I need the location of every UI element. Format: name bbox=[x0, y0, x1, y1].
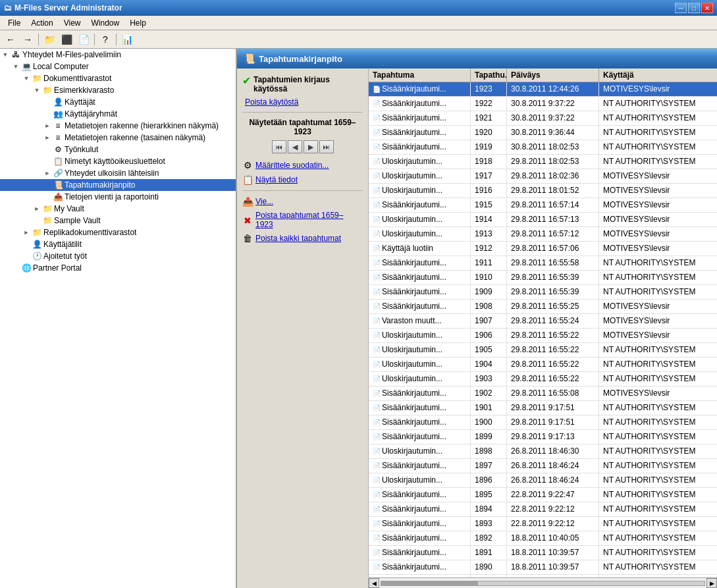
tree-item-12[interactable]: 📤Tietojen vienti ja raportointi bbox=[0, 191, 236, 203]
menu-action[interactable]: Action bbox=[26, 17, 58, 29]
table-row[interactable]: 📄Uloskirjautumin... 1914 29.8.2011 16:57… bbox=[369, 213, 717, 227]
table-row[interactable]: 📄Sisäänkirjautumi... 1902 29.8.2011 16:5… bbox=[369, 387, 717, 401]
table-row[interactable]: 📄Uloskirjautumin... 1898 26.8.2011 18:46… bbox=[369, 444, 717, 459]
delete-all-action[interactable]: 🗑 Poista kaikki tapahtumat bbox=[242, 233, 363, 244]
delete-range-link[interactable]: Poista tapahtumat 1659–1923 bbox=[255, 211, 343, 229]
table-row[interactable]: 📄Sisäänkirjautumi... 1900 29.8.2011 9:17… bbox=[369, 415, 717, 430]
tree-expand-icon[interactable]: ► bbox=[21, 227, 32, 238]
table-row[interactable]: 📄Sisäänkirjautumi... 1910 29.8.2011 16:5… bbox=[369, 271, 717, 285]
maximize-button[interactable]: □ bbox=[688, 3, 700, 13]
table-row[interactable]: 📄Sisäänkirjautumi... 1901 29.8.2011 9:17… bbox=[369, 401, 717, 415]
scroll-left-button[interactable]: ◀ bbox=[369, 578, 379, 588]
menu-help[interactable]: Help bbox=[124, 17, 151, 29]
tree-item-1[interactable]: ▼💻Local Computer bbox=[0, 61, 236, 72]
table-row[interactable]: 📄Uloskirjautumin... 1903 29.8.2011 16:55… bbox=[369, 372, 717, 387]
tree-expand-icon[interactable] bbox=[42, 144, 53, 155]
export-action[interactable]: 📤 Vie... bbox=[242, 196, 363, 207]
tree-item-2[interactable]: ▼📁Dokumenttivarastot bbox=[0, 72, 236, 84]
tree-item-18[interactable]: 🌐Partner Portal bbox=[0, 262, 236, 274]
back-button[interactable]: ← bbox=[3, 32, 18, 47]
tree-expand-icon[interactable] bbox=[42, 192, 53, 202]
tree-item-17[interactable]: 🕐Ajoitetut työt bbox=[0, 250, 236, 262]
minimize-button[interactable]: ─ bbox=[675, 3, 687, 13]
close-button[interactable]: ✕ bbox=[701, 3, 713, 13]
tree-expand-icon[interactable] bbox=[21, 239, 32, 250]
horizontal-scrollbar[interactable]: ◀ ▶ bbox=[369, 577, 717, 588]
tree-item-11[interactable]: 📜Tapahtumakirjanpito bbox=[0, 179, 236, 191]
col-header-num[interactable]: Tapathu... bbox=[471, 68, 507, 82]
tree-expand-icon[interactable] bbox=[42, 97, 53, 107]
table-row[interactable]: 📄Uloskirjautumin... 1913 29.8.2011 16:57… bbox=[369, 227, 717, 242]
show-info-action[interactable]: 📋 Näytä tiedot bbox=[242, 174, 363, 185]
tree-item-5[interactable]: 👥Käyttäjäryhmät bbox=[0, 108, 236, 120]
tree-expand-icon[interactable] bbox=[11, 263, 21, 273]
table-row[interactable]: 📄Sisäänkirjautumi... 1891 18.8.2011 10:3… bbox=[369, 546, 717, 560]
table-row[interactable]: 📄Uloskirjautumin... 1916 29.8.2011 18:01… bbox=[369, 184, 717, 198]
table-row[interactable]: 📄Uloskirjautumin... 1896 26.8.2011 18:46… bbox=[369, 473, 717, 488]
col-header-event[interactable]: Tapahtuma bbox=[369, 68, 471, 82]
tree-item-8[interactable]: ⚙Työnkulut bbox=[0, 144, 236, 155]
tree-item-13[interactable]: ►📁My Vault bbox=[0, 203, 236, 215]
toolbar-btn-1[interactable]: 📁 bbox=[41, 32, 57, 47]
table-row[interactable]: 📄Sisäänkirjautumi... 1908 29.8.2011 16:5… bbox=[369, 300, 717, 314]
tree-expand-icon[interactable]: ► bbox=[32, 203, 42, 214]
tree-item-9[interactable]: 📋Nimetyt käyttöoikeusluettelot bbox=[0, 155, 236, 167]
table-row[interactable]: 📄Sisäänkirjautumi... 1890 18.8.2011 10:3… bbox=[369, 560, 717, 575]
table-row[interactable]: 📄Sisäänkirjautumi... 1919 30.8.2011 18:0… bbox=[369, 140, 717, 155]
tree-expand-icon[interactable]: ▼ bbox=[21, 73, 32, 84]
table-row[interactable]: 📄Sisäänkirjautumi... 1921 30.8.2011 9:37… bbox=[369, 111, 717, 126]
show-info-link[interactable]: Näytä tiedot bbox=[255, 175, 298, 184]
tree-item-3[interactable]: ▼📁Esimerkkivarasto bbox=[0, 84, 236, 96]
export-link[interactable]: Vie... bbox=[255, 197, 273, 206]
table-row[interactable]: 📄Varaston muutt... 1907 29.8.2011 16:55:… bbox=[369, 314, 717, 329]
table-row[interactable]: 📄Sisäänkirjautumi... 1920 30.8.2011 9:36… bbox=[369, 126, 717, 140]
menu-file[interactable]: File bbox=[3, 17, 26, 29]
nav-first-button[interactable]: ⏮ bbox=[272, 140, 286, 153]
disable-link[interactable]: Poista käytöstä bbox=[242, 97, 363, 107]
nav-prev-button[interactable]: ◀ bbox=[288, 140, 302, 153]
toolbar-btn-3[interactable]: 📄 bbox=[76, 32, 92, 47]
delete-all-link[interactable]: Poista kaikki tapahtumat bbox=[255, 234, 341, 243]
tree-item-10[interactable]: ►🔗Yhteydet ulkoisiin lähteisiin bbox=[0, 167, 236, 179]
report-button[interactable]: 📊 bbox=[119, 32, 135, 47]
delete-range-action[interactable]: ✖ Poista tapahtumat 1659–1923 bbox=[242, 211, 363, 229]
tree-expand-icon[interactable]: ▼ bbox=[11, 61, 21, 72]
tree-item-4[interactable]: 👤Käyttäjät bbox=[0, 96, 236, 108]
filter-action[interactable]: ⚙ Määrittele suodatin... bbox=[242, 160, 363, 171]
table-row[interactable]: 📄Sisäänkirjautumi... 1909 29.8.2011 16:5… bbox=[369, 285, 717, 300]
table-row[interactable]: 📄Sisäänkirjautumi... 1893 22.8.2011 9:22… bbox=[369, 517, 717, 531]
tree-expand-icon[interactable] bbox=[42, 109, 53, 119]
tree-expand-icon[interactable]: ► bbox=[42, 120, 53, 131]
scroll-right-button[interactable]: ▶ bbox=[706, 578, 717, 588]
help-button[interactable]: ? bbox=[97, 32, 113, 47]
col-header-user[interactable]: Käyttäjä bbox=[599, 68, 717, 82]
filter-link[interactable]: Määrittele suodatin... bbox=[255, 161, 329, 170]
table-row[interactable]: 📄Sisäänkirjautumi... 1915 29.8.2011 16:5… bbox=[369, 198, 717, 213]
table-row[interactable]: 📄Sisäänkirjautumi... 1894 22.8.2011 9:22… bbox=[369, 502, 717, 517]
tree-item-15[interactable]: ►📁Replikadokumenttivarastot bbox=[0, 227, 236, 238]
tree-expand-icon[interactable]: ► bbox=[42, 168, 53, 178]
table-row[interactable]: 📄Sisäänkirjautumi... 1922 30.8.2011 9:37… bbox=[369, 97, 717, 111]
table-row[interactable]: 📄Uloskirjautumin... 1918 29.8.2011 18:02… bbox=[369, 155, 717, 169]
col-header-date[interactable]: Päiväys bbox=[507, 68, 599, 82]
tree-expand-icon[interactable]: ▼ bbox=[0, 49, 11, 60]
tree-item-14[interactable]: 📁Sample Vault bbox=[0, 215, 236, 227]
table-row[interactable]: 📄Uloskirjautumin... 1906 29.8.2011 16:55… bbox=[369, 329, 717, 343]
tree-expand-icon[interactable] bbox=[32, 215, 42, 226]
table-row[interactable]: 📄Uloskirjautumin... 1917 29.8.2011 18:02… bbox=[369, 169, 717, 184]
table-row[interactable]: 📄Sisäänkirjautumi... 1895 22.8.2011 9:22… bbox=[369, 488, 717, 502]
forward-button[interactable]: → bbox=[20, 32, 36, 47]
table-row[interactable]: 📄Sisäänkirjautumi... 1899 29.8.2011 9:17… bbox=[369, 430, 717, 444]
tree-item-0[interactable]: ▼🖧Yhteydet M-Files-palvelimiin bbox=[0, 49, 236, 61]
nav-last-button[interactable]: ⏭ bbox=[319, 140, 334, 153]
tree-expand-icon[interactable] bbox=[42, 180, 53, 190]
menu-window[interactable]: Window bbox=[86, 17, 125, 29]
table-row[interactable]: 📄Käyttäjä luotiin 1912 29.8.2011 16:57:0… bbox=[369, 242, 717, 256]
tree-item-16[interactable]: 👤Käyttäjätilit bbox=[0, 238, 236, 250]
tree-expand-icon[interactable] bbox=[21, 251, 32, 261]
tree-expand-icon[interactable]: ► bbox=[42, 132, 53, 143]
table-row[interactable]: 📄Sisäänkirjautumi... 1923 30.8.2011 12:4… bbox=[369, 82, 717, 97]
menu-view[interactable]: View bbox=[59, 17, 86, 29]
scroll-track[interactable] bbox=[381, 581, 705, 586]
tree-expand-icon[interactable] bbox=[42, 156, 53, 167]
